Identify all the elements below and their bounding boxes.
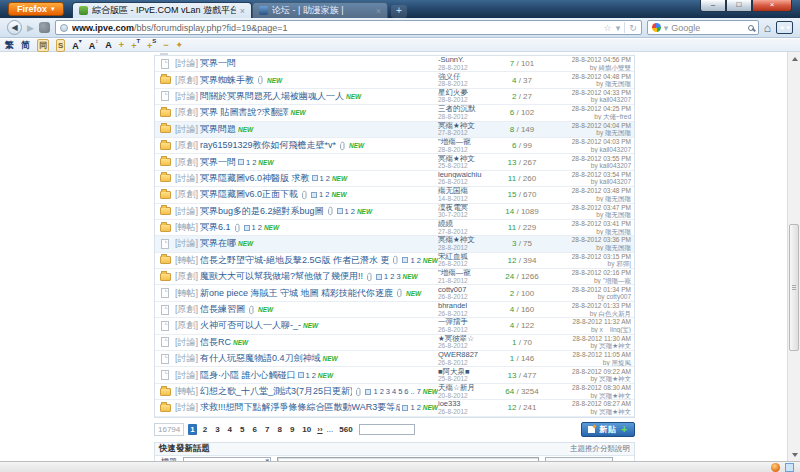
lastpost-user-link[interactable]: 冥殤★神文 bbox=[599, 342, 631, 349]
thread-page-link[interactable]: 2 bbox=[417, 256, 421, 265]
thread-page-link[interactable]: 2 bbox=[252, 158, 256, 167]
page-link[interactable]: 7 bbox=[263, 424, 271, 435]
lastpost-user-link[interactable]: x__ling(宝) bbox=[600, 326, 631, 333]
next-pages-link[interactable]: ›› bbox=[317, 425, 322, 434]
thread-author-link[interactable]: 殤无国殤 bbox=[438, 187, 502, 195]
thread-title-link[interactable]: 冥界bug多的是6.2絕對系bug圖 bbox=[200, 205, 324, 218]
lastpost-user-link[interactable]: 殤无国殤 bbox=[605, 129, 631, 136]
lastpost-user-link[interactable]: 冥殤★神文 bbox=[599, 375, 631, 382]
close-button[interactable]: × bbox=[752, 0, 792, 12]
page-link[interactable]: 5 bbox=[238, 424, 246, 435]
thread-title-link[interactable]: 冥界隱藏圖v6.0神醫版 求教 bbox=[200, 172, 310, 185]
thread-author-link[interactable]: 三者的沉默 bbox=[438, 105, 502, 113]
tab-close-icon[interactable]: × bbox=[376, 6, 381, 16]
firefox-menu-button[interactable]: Firefox ▾ bbox=[8, 2, 64, 16]
thread-page-link[interactable]: 1 bbox=[345, 207, 349, 216]
lastpost-user-link[interactable]: 殤无国殤 bbox=[605, 211, 631, 218]
thread-page-link[interactable]: 1 bbox=[320, 174, 324, 183]
thread-author-link[interactable]: bhrandel bbox=[438, 302, 502, 310]
thread-title-link[interactable]: 魔獸大大可以幫我做場?幫他做了幾便用!! bbox=[200, 270, 363, 283]
thread-author-link[interactable]: 天殤☆新月 bbox=[438, 384, 502, 392]
new-tab-button[interactable]: + bbox=[391, 5, 407, 18]
bookmark-star-icon[interactable]: ☆ bbox=[604, 23, 612, 33]
lastpost-user-link[interactable]: 殤无国殤 bbox=[605, 195, 631, 202]
thread-title-link[interactable]: 冥界問題 bbox=[200, 123, 236, 136]
thread-title-link[interactable]: ray61591329教你如何飛檐走壁*v* bbox=[200, 139, 336, 152]
thread-page-link[interactable]: 2 bbox=[380, 387, 384, 396]
thread-author-link[interactable]: 星幻火夢 bbox=[438, 89, 502, 97]
tab-forum-ipve[interactable]: 綜合版區 - IPvE.COM vLan 遊戲平台|... × bbox=[72, 2, 252, 18]
hand-icon[interactable]: ✦ bbox=[176, 40, 184, 51]
tongwen-site-icon[interactable]: S bbox=[56, 39, 65, 52]
thread-title-link[interactable]: 有什人玩惡魔物語0.4刀劍神域 bbox=[200, 352, 321, 365]
thread-title-link[interactable]: 冥界一問 bbox=[200, 57, 236, 70]
lastpost-user-link[interactable]: 殤无国殤 bbox=[605, 244, 631, 251]
lastpost-user-link[interactable]: 殤无国殤 bbox=[605, 228, 631, 235]
thread-title-link[interactable]: 隱身·小隱 誰小心觸碰口 bbox=[200, 369, 296, 382]
thread-page-link[interactable]: 1 bbox=[246, 158, 250, 167]
thread-title-link[interactable]: 幻想之歌_十八堂_測試3(7月25日更新)全文數強弱歌 bbox=[200, 385, 352, 398]
thread-author-link[interactable]: 冥殤★神文 bbox=[438, 236, 502, 244]
lastpost-user-link[interactable]: 冥殤★神文 bbox=[599, 392, 631, 399]
lastpost-user-link[interactable]: kail043207 bbox=[600, 162, 631, 169]
thread-author-link[interactable]: 冥殤★神文 bbox=[438, 122, 502, 130]
search-icon[interactable] bbox=[748, 25, 754, 31]
font-smaller-icon[interactable]: A▾ bbox=[72, 38, 82, 52]
forward-button[interactable]: ▶ bbox=[27, 23, 34, 33]
thread-author-link[interactable]: "增殤—寵 bbox=[438, 138, 502, 146]
thread-page-link[interactable]: 1 bbox=[410, 403, 414, 412]
thread-author-link[interactable]: 強义仔 bbox=[438, 73, 502, 81]
thread-page-link[interactable]: 2 bbox=[325, 190, 329, 199]
thread-page-link[interactable]: 3 bbox=[386, 387, 390, 396]
scrollbar-thumb[interactable] bbox=[789, 224, 799, 351]
thread-page-link[interactable]: 2 bbox=[312, 371, 316, 380]
reload-icon[interactable]: ↻ bbox=[629, 23, 637, 33]
vertical-scrollbar[interactable] bbox=[787, 52, 800, 461]
thread-page-link[interactable]: 1 bbox=[306, 371, 310, 380]
lastpost-user-link[interactable]: kail043207 bbox=[600, 178, 631, 185]
thread-page-link[interactable]: 5 bbox=[398, 387, 402, 396]
lastpost-user-link[interactable]: 黑旋風 bbox=[612, 359, 632, 366]
thread-title-link[interactable]: 冥界 貼圖書說?求翻譯 bbox=[200, 106, 289, 119]
site-identity-icon[interactable] bbox=[60, 24, 68, 32]
page-link[interactable]: 2 bbox=[201, 424, 209, 435]
thread-page-link[interactable]: 2 bbox=[390, 272, 394, 281]
thread-page-link[interactable]: 1 bbox=[252, 223, 256, 232]
thread-page-link[interactable]: 1 bbox=[410, 256, 414, 265]
minus-icon[interactable]: − bbox=[163, 40, 168, 51]
thread-author-link[interactable]: 一彈擂手 bbox=[438, 318, 502, 326]
lastpost-user-link[interactable]: 邪彈| bbox=[616, 260, 631, 267]
lastpost-user-link[interactable]: "增殤—寵 bbox=[603, 277, 631, 284]
thread-page-link[interactable]: 7 bbox=[417, 387, 421, 396]
lastpost-user-link[interactable]: 綺旗小雙雙 bbox=[599, 64, 632, 71]
thread-page-link[interactable]: 1 bbox=[373, 387, 377, 396]
page-link-current[interactable]: 1 bbox=[188, 424, 196, 435]
thread-author-link[interactable]: 繞繞 bbox=[438, 220, 502, 228]
url-bar[interactable]: www.ipve.com/bbs/forumdisplay.php?fid=19… bbox=[55, 20, 642, 35]
thread-author-link[interactable]: -SunnY. bbox=[438, 56, 502, 64]
lastpost-user-link[interactable]: 白色火新月 bbox=[599, 310, 632, 317]
thread-page-link[interactable]: 2 bbox=[351, 207, 355, 216]
scroll-up-arrow[interactable] bbox=[788, 52, 800, 65]
thread-author-link[interactable]: 冥殤★神文 bbox=[438, 155, 502, 163]
lastpost-user-link[interactable]: cotty007 bbox=[606, 293, 631, 300]
thread-page-link[interactable]: 2 bbox=[258, 223, 262, 232]
thread-author-link[interactable]: leungwaichiu bbox=[438, 171, 502, 179]
thread-title-link[interactable]: 新one piece 海賊王 守城 地圖 精彩技能代你逐鹿 bbox=[200, 287, 393, 300]
lastpost-user-link[interactable]: kail043207 bbox=[600, 146, 631, 153]
thread-author-link[interactable]: ★冥彼翠☆ bbox=[438, 335, 502, 343]
thread-title-link[interactable]: 信長之野望守城-絕地反擊2.5G版 作者已潛水 更新情況不明 bbox=[200, 254, 389, 267]
thread-page-link[interactable]: 6 bbox=[404, 387, 408, 396]
cross-s-icon[interactable]: +S bbox=[147, 38, 156, 52]
thread-author-link[interactable]: ioe333 bbox=[438, 400, 502, 408]
font-reset-icon[interactable]: A↕ bbox=[89, 38, 99, 52]
thread-page-link[interactable]: 1 bbox=[384, 272, 388, 281]
thread-title-link[interactable]: 火神可否可以人一人聊-_- bbox=[200, 319, 301, 332]
bookmarks-button[interactable]: ★ ▾ bbox=[776, 21, 793, 34]
page-link[interactable]: 3 bbox=[213, 424, 221, 435]
font-larger-icon[interactable]: A bbox=[105, 40, 112, 51]
last-page-link[interactable]: 560 bbox=[337, 424, 354, 435]
minimize-button[interactable]: – bbox=[700, 0, 726, 12]
thread-page-link[interactable]: 1 bbox=[319, 190, 323, 199]
cross-icon[interactable]: + bbox=[119, 40, 124, 51]
